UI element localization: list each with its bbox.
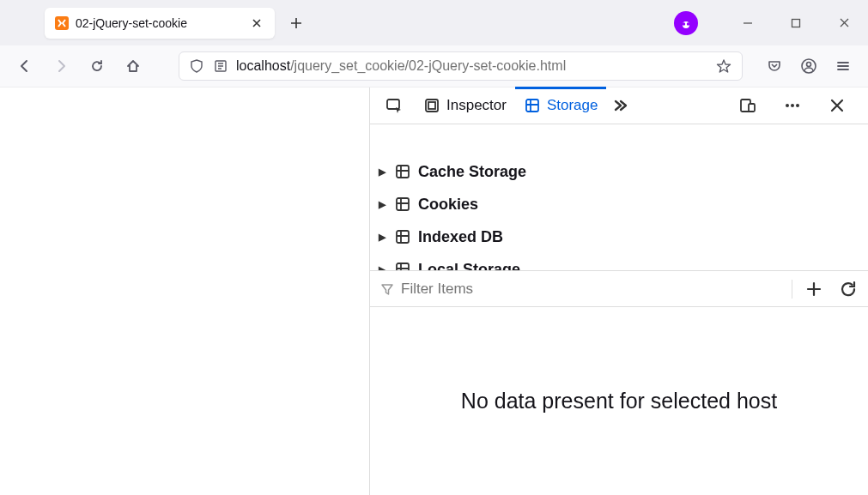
tab-title: 02-jQuery-set-cookie	[76, 16, 249, 30]
filter-bar	[370, 270, 868, 307]
tree-item-cache-storage[interactable]: ▶ Cache Storage	[379, 155, 859, 188]
maximize-button[interactable]	[772, 0, 820, 45]
browser-tab[interactable]: 02-jQuery-set-cookie	[45, 8, 275, 39]
storage-tree: ▶ Cache Storage ▶ Cookies ▶ Indexed DB ▶…	[370, 124, 868, 270]
devtools-tabbar: Inspector Storage	[370, 88, 868, 124]
shield-icon[interactable]	[188, 57, 205, 75]
content-area: Inspector Storage	[0, 88, 868, 495]
back-button[interactable]	[12, 53, 38, 79]
db-icon	[394, 228, 411, 245]
data-panel: No data present for selected host	[370, 307, 868, 495]
pick-element-icon[interactable]	[380, 92, 408, 119]
svg-point-13	[791, 104, 794, 107]
profile-badge-icon[interactable]	[674, 11, 698, 35]
tree-item-label: Indexed DB	[418, 228, 503, 246]
caret-right-icon: ▶	[379, 166, 389, 178]
tab-storage[interactable]: Storage	[515, 88, 607, 124]
responsive-mode-icon[interactable]	[734, 92, 762, 119]
svg-rect-11	[749, 104, 755, 112]
more-tabs-icon[interactable]	[606, 92, 634, 119]
forward-button[interactable]	[48, 53, 74, 79]
caret-right-icon: ▶	[379, 232, 389, 243]
devtools-close-icon[interactable]	[823, 92, 851, 119]
reload-button[interactable]	[84, 53, 110, 79]
new-tab-button[interactable]	[283, 10, 309, 36]
svg-point-5	[807, 63, 811, 67]
db-icon	[394, 163, 411, 180]
svg-rect-15	[397, 166, 409, 178]
close-tab-button[interactable]	[249, 15, 264, 31]
svg-rect-9	[526, 100, 538, 112]
filter-actions	[792, 280, 858, 299]
tab-inspector-label: Inspector	[446, 97, 507, 114]
storage-icon	[524, 97, 541, 114]
tab-strip: 02-jQuery-set-cookie	[0, 0, 868, 45]
tree-item-localstorage[interactable]: ▶ Local Storage	[379, 253, 859, 270]
tree-item-label: Local Storage	[418, 261, 520, 271]
devtools-right-icons	[734, 92, 858, 119]
tree-item-cookies[interactable]: ▶ Cookies	[379, 188, 859, 220]
page-viewport[interactable]	[0, 88, 369, 495]
window-controls	[674, 0, 868, 45]
svg-rect-6	[387, 100, 399, 109]
page-info-icon[interactable]	[212, 57, 229, 75]
tree-item-label: Cache Storage	[418, 163, 526, 181]
url-bar[interactable]: localhost/jquery_set_cookie/02-jQuery-se…	[179, 51, 743, 81]
url-path: /jquery_set_cookie/02-jQuery-set-cookie.…	[290, 58, 566, 73]
pocket-icon[interactable]	[762, 53, 787, 79]
refresh-button[interactable]	[839, 280, 858, 299]
add-item-button[interactable]	[804, 280, 823, 299]
devtools-panel: Inspector Storage	[369, 88, 868, 495]
svg-rect-17	[397, 231, 409, 243]
bookmark-icon[interactable]	[714, 57, 733, 75]
filter-icon	[380, 282, 394, 296]
svg-point-12	[786, 104, 789, 107]
minimize-button[interactable]	[724, 0, 772, 45]
devtools-menu-icon[interactable]	[779, 92, 806, 119]
tree-item-label: Cookies	[418, 196, 478, 214]
url-text: localhost/jquery_set_cookie/02-jQuery-se…	[236, 58, 714, 74]
home-button[interactable]	[120, 53, 146, 79]
db-icon	[394, 261, 411, 270]
filter-input[interactable]	[401, 281, 792, 298]
tab-storage-label: Storage	[547, 97, 598, 114]
svg-point-0	[683, 22, 685, 25]
tree-item-indexeddb[interactable]: ▶ Indexed DB	[379, 220, 859, 253]
svg-point-1	[687, 22, 689, 25]
svg-rect-8	[428, 102, 435, 109]
svg-point-14	[796, 104, 799, 107]
app-menu-icon[interactable]	[830, 53, 856, 79]
svg-rect-2	[792, 19, 800, 27]
tab-inspector[interactable]: Inspector	[415, 88, 515, 124]
caret-right-icon: ▶	[379, 264, 389, 271]
caret-right-icon: ▶	[379, 199, 389, 210]
db-icon	[394, 196, 411, 213]
no-data-message: No data present for selected host	[461, 389, 777, 414]
close-window-button[interactable]	[820, 0, 868, 45]
toolbar-right	[762, 53, 856, 79]
svg-rect-16	[397, 198, 409, 210]
favicon-xampp-icon	[55, 16, 69, 30]
toolbar: localhost/jquery_set_cookie/02-jQuery-se…	[0, 45, 868, 88]
account-icon[interactable]	[796, 53, 822, 79]
url-host: localhost	[236, 58, 290, 73]
inspector-icon	[423, 97, 440, 114]
